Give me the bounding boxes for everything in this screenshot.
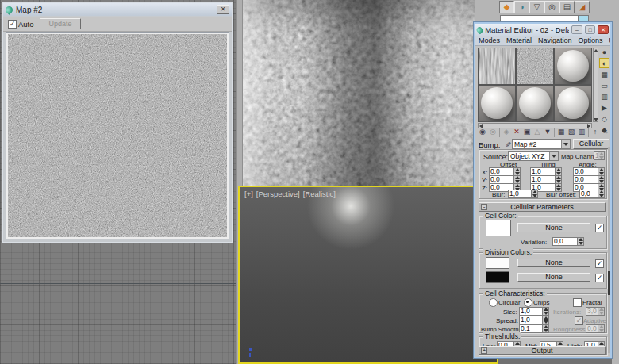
menu-navigation[interactable]: Navigation — [538, 36, 572, 44]
put-to-library-icon[interactable]: ▼ — [543, 128, 552, 137]
blur-offset-spinner[interactable]: 0,0 — [579, 190, 605, 198]
blur-offset-value[interactable]: 0,0 — [579, 190, 598, 198]
sample-type-sphere-icon[interactable]: ● — [599, 47, 609, 57]
assign-material-to-selection-icon[interactable]: ◈ — [502, 128, 511, 137]
spinner-arrows-icon[interactable] — [542, 316, 549, 324]
sample-uv-tiling-icon[interactable]: ▭ — [599, 80, 609, 90]
spinner-arrows-icon[interactable] — [542, 324, 549, 333]
background-icon[interactable]: ▦ — [599, 69, 609, 79]
sample-slot-5[interactable] — [516, 85, 554, 122]
display-tab[interactable]: ▤ — [559, 1, 575, 13]
get-material-icon[interactable]: ◉ — [478, 128, 487, 137]
dropdown-arrow-icon[interactable] — [561, 140, 570, 148]
show-end-result-icon[interactable]: ▥ — [577, 128, 586, 137]
spread-spinner[interactable]: 1,0 — [519, 316, 549, 324]
sample-slot-6[interactable] — [554, 85, 592, 122]
spinner-arrows-icon[interactable] — [598, 307, 605, 316]
division-color-1-map-button[interactable]: None — [517, 259, 590, 267]
blur-value[interactable]: 1,0 — [508, 190, 531, 198]
perspective-viewport[interactable]: [+] [Perspective] [Realistic] — [238, 186, 498, 364]
division-color-1-swatch[interactable] — [486, 257, 509, 269]
maximize-icon[interactable]: □ — [585, 25, 596, 34]
spinner-arrows-icon[interactable] — [531, 190, 538, 198]
size-spinner[interactable]: 1,0 — [519, 307, 549, 316]
update-button[interactable]: Update — [40, 18, 81, 29]
division-color-2-map-button[interactable]: None — [517, 273, 590, 282]
sample-slot-4[interactable] — [478, 85, 516, 122]
cell-color-swatch[interactable] — [486, 220, 511, 236]
roughness-spinner[interactable]: 0,0 — [586, 324, 605, 333]
iterations-spinner[interactable]: 3,0 — [586, 307, 605, 316]
go-to-parent-icon[interactable]: ↑ — [590, 128, 600, 137]
motion-tab[interactable]: ◎ — [544, 1, 559, 13]
rollout-scrollbar[interactable] — [608, 147, 610, 353]
reset-map-icon[interactable]: ✕ — [512, 128, 521, 137]
create-tab[interactable]: ◆ — [499, 1, 514, 13]
material-id-channel-icon[interactable]: ▦ — [556, 128, 566, 137]
variation-spinner[interactable]: 0,0 — [552, 237, 584, 246]
map-type-button[interactable]: Cellular — [573, 139, 609, 149]
cell-color-map-checkbox[interactable] — [595, 224, 604, 232]
show-shaded-material-in-viewport-icon[interactable]: ▧ — [567, 128, 576, 137]
cellular-parameters-rollout[interactable]: - Cellular Parameters — [479, 202, 606, 212]
sample-slot-1[interactable] — [478, 48, 516, 85]
bump-smoothing-value[interactable]: 0,1 — [519, 324, 542, 333]
material-editor-titlebar[interactable]: Material Editor - 02 - Default – □ ✕ — [475, 24, 610, 36]
circular-radio[interactable] — [489, 298, 498, 307]
output-rollout[interactable]: + Output — [479, 346, 606, 355]
put-material-to-scene-icon[interactable]: ◎ — [488, 128, 498, 137]
spinner-arrows-icon[interactable] — [598, 190, 605, 198]
map-name-dropdown[interactable]: Map #2 — [512, 139, 571, 149]
roughness-value[interactable]: 0,0 — [586, 324, 598, 333]
menu-utilities[interactable]: Utilities — [609, 36, 610, 44]
utilities-tab[interactable]: ◢ — [575, 1, 590, 13]
expand-icon[interactable]: + — [481, 347, 487, 354]
variation-value[interactable]: 0,0 — [552, 237, 577, 246]
map-window-titlebar[interactable]: Map #2 ✕ — [3, 3, 232, 16]
viewport-menu-view[interactable]: [Perspective] — [256, 190, 300, 198]
bump-smoothing-spinner[interactable]: 0,1 — [519, 324, 549, 333]
division-color-1-checkbox[interactable] — [595, 259, 604, 268]
close-icon[interactable]: ✕ — [217, 5, 229, 14]
menu-material[interactable]: Material — [506, 36, 532, 44]
spinner-arrows-icon[interactable] — [598, 151, 605, 160]
chips-radio[interactable] — [524, 298, 532, 307]
blur-spinner[interactable]: 1,0 — [508, 190, 538, 198]
viewport-menu-plus[interactable]: [+] — [244, 190, 253, 198]
make-unique-icon[interactable]: △ — [532, 128, 542, 137]
iterations-value[interactable]: 3,0 — [586, 307, 598, 316]
dropdown-arrow-icon[interactable] — [549, 152, 558, 160]
modify-tab[interactable]: ◑ — [514, 1, 529, 13]
make-preview-icon[interactable]: ▶ — [599, 102, 609, 113]
cell-color-map-button[interactable]: None — [517, 223, 590, 232]
make-material-copy-icon[interactable]: ▣ — [522, 128, 532, 137]
division-color-2-checkbox[interactable] — [595, 274, 604, 282]
division-color-2-swatch[interactable] — [486, 271, 509, 283]
fractal-checkbox[interactable] — [573, 298, 582, 307]
sample-slot-3[interactable] — [554, 48, 592, 85]
rollout-scrollbar-thumb[interactable] — [608, 271, 610, 295]
spread-value[interactable]: 1,0 — [519, 316, 542, 324]
close-icon[interactable]: ✕ — [598, 25, 609, 34]
size-value[interactable]: 1,0 — [519, 307, 542, 316]
source-dropdown[interactable]: Object XYZ — [508, 151, 559, 161]
eyedropper-icon[interactable]: ✎ — [502, 140, 512, 149]
spinner-arrows-icon[interactable] — [577, 237, 584, 246]
backlight-icon[interactable]: ◐ — [599, 58, 609, 68]
video-color-check-icon[interactable]: ▥ — [599, 91, 609, 102]
hierarchy-tab[interactable]: ▽ — [529, 1, 544, 13]
menu-options[interactable]: Options — [579, 36, 603, 44]
go-forward-to-sibling-icon[interactable]: → — [601, 128, 610, 137]
collapse-icon[interactable]: - — [481, 204, 487, 210]
viewport-menu-shading[interactable]: [Realistic] — [303, 190, 336, 198]
menu-modes[interactable]: Modes — [479, 36, 500, 44]
map-channel-spinner[interactable]: 1 — [594, 151, 605, 160]
spinner-arrows-icon[interactable] — [542, 307, 549, 316]
sample-slot-2-active[interactable] — [516, 48, 554, 85]
adaptive-checkbox[interactable] — [575, 316, 583, 325]
minimize-icon[interactable]: – — [571, 25, 582, 34]
sample-slots-vertical-scrollbar[interactable] — [593, 48, 598, 122]
spinner-arrows-icon[interactable] — [598, 324, 605, 333]
material-editor-options-icon[interactable]: ◇ — [599, 113, 609, 124]
auto-checkbox[interactable] — [8, 20, 17, 29]
